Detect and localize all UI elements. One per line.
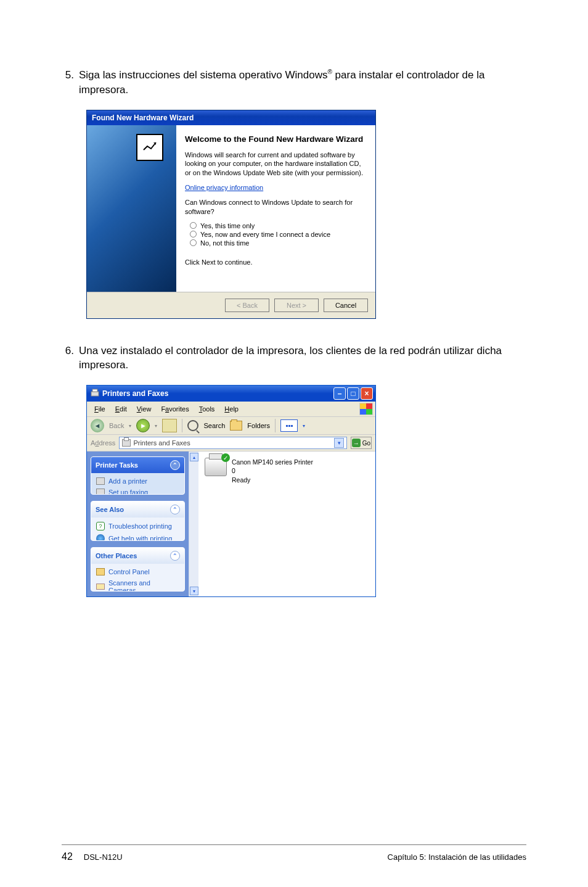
folders-icon[interactable] xyxy=(230,421,242,431)
window-body: Printer Tasks ⌃ Add a printer Set up fax… xyxy=(87,452,375,596)
scanners-label: Scanners and Cameras xyxy=(108,579,179,592)
menu-help[interactable]: Help xyxy=(219,404,243,414)
printer-tasks-panel: Printer Tasks ⌃ Add a printer Set up fax… xyxy=(91,456,185,495)
printer-tasks-title: Printer Tasks xyxy=(96,461,138,469)
chevron-up-icon: ⌃ xyxy=(170,505,180,514)
menu-file-rest: ile xyxy=(99,405,105,413)
search-icon[interactable] xyxy=(187,420,198,431)
address-bar: Address Printers and Faxes ▾ → Go xyxy=(87,435,375,452)
tasks-pane: Printer Tasks ⌃ Add a printer Set up fax… xyxy=(87,452,189,596)
chapter-title: Capítulo 5: Instalación de las utilidade… xyxy=(388,852,526,862)
address-printer-icon xyxy=(122,439,131,447)
wizard-question: Can Windows connect to Windows Update to… xyxy=(185,198,367,216)
add-printer-icon xyxy=(96,477,105,485)
next-button[interactable]: Next > xyxy=(274,299,319,312)
printer-tasks-header[interactable]: Printer Tasks ⌃ xyxy=(91,457,184,473)
windows-logo-icon xyxy=(359,403,373,415)
wizard-description: Windows will search for current and upda… xyxy=(185,151,367,177)
printer-icon xyxy=(91,389,99,399)
search-label[interactable]: Search xyxy=(203,422,225,429)
get-help-label: Get help with printing xyxy=(108,535,172,541)
address-value: Printers and Faxes xyxy=(133,439,190,447)
radio-icon xyxy=(190,231,197,237)
svg-rect-1 xyxy=(91,392,99,396)
step-6-number: 6. xyxy=(62,344,79,373)
printer-item[interactable]: ✓ Canon MP140 series Printer 0 Ready xyxy=(205,458,369,484)
wizard-footer: < Back Next > Cancel xyxy=(87,292,375,318)
printer-name: Canon MP140 series Printer xyxy=(232,458,313,466)
see-also-header[interactable]: See Also ⌃ xyxy=(91,501,184,518)
wizard-titlebar: Found New Hardware Wizard xyxy=(87,110,375,125)
wizard-continue-hint: Click Next to continue. xyxy=(185,258,367,266)
step-5-text-a: Siga las instrucciones del sistema opera… xyxy=(79,69,327,81)
radio-yes-once-label: Yes, this time only xyxy=(200,222,255,229)
back-label: Back xyxy=(109,422,124,429)
radio-yes-always[interactable]: Yes, now and every time I connect a devi… xyxy=(190,231,367,238)
fax-icon xyxy=(96,489,105,495)
address-input[interactable]: Printers and Faxes ▾ xyxy=(119,437,347,449)
cancel-button[interactable]: Cancel xyxy=(324,299,368,312)
scroll-down-icon[interactable]: ▾ xyxy=(190,587,198,595)
maximize-button[interactable]: □ xyxy=(347,387,359,400)
back-button: < Back xyxy=(225,299,269,312)
add-printer-label: Add a printer xyxy=(108,477,147,485)
wizard-body: Welcome to the Found New Hardware Wizard… xyxy=(87,125,375,292)
menu-favorites[interactable]: Favorites xyxy=(156,404,194,414)
separator xyxy=(275,419,276,432)
other-places-header[interactable]: Other Places ⌃ xyxy=(91,548,184,564)
menu-edit[interactable]: Edit xyxy=(110,404,132,414)
control-panel-label: Control Panel xyxy=(108,568,150,576)
radio-yes-once[interactable]: Yes, this time only xyxy=(190,222,367,229)
printer-device-icon: ✓ xyxy=(205,458,227,476)
scanners-link[interactable]: Scanners and Cameras xyxy=(91,577,184,592)
separator xyxy=(182,419,182,432)
menu-tools[interactable]: Tools xyxy=(194,404,220,414)
toolbar: ◄ Back ▾ ► ▾ Search Folders ▾ xyxy=(87,417,375,435)
close-button[interactable]: × xyxy=(361,387,373,400)
views-button[interactable] xyxy=(280,419,298,432)
scroll-up-icon[interactable]: ▴ xyxy=(190,453,198,461)
radio-no[interactable]: No, not this time xyxy=(190,239,367,247)
privacy-link[interactable]: Online privacy information xyxy=(185,184,263,191)
left-scrollbar[interactable]: ▴ ▾ xyxy=(189,452,198,596)
minimize-button[interactable]: – xyxy=(333,387,346,400)
printer-tasks-body: Add a printer Set up faxing xyxy=(91,473,184,495)
set-up-faxing-label: Set up faxing xyxy=(108,489,148,495)
printers-list: ✓ Canon MP140 series Printer 0 Ready xyxy=(198,452,375,596)
found-new-hardware-wizard: Found New Hardware Wizard Welcome to the… xyxy=(86,110,376,319)
add-printer-link[interactable]: Add a printer xyxy=(91,476,184,487)
page-number: 42 xyxy=(62,851,73,862)
other-places-title: Other Places xyxy=(96,552,137,559)
wizard-content: Welcome to the Found New Hardware Wizard… xyxy=(176,125,375,292)
menu-file[interactable]: File xyxy=(89,404,110,414)
check-icon: ✓ xyxy=(221,453,230,462)
up-button-icon[interactable] xyxy=(162,419,177,432)
step-5-text: Siga las instrucciones del sistema opera… xyxy=(79,68,526,97)
get-help-link[interactable]: Get help with printing xyxy=(91,532,184,541)
help-icon: ? xyxy=(96,522,105,530)
folders-label[interactable]: Folders xyxy=(247,422,270,429)
address-dropdown-icon[interactable]: ▾ xyxy=(334,438,344,448)
radio-no-label: No, not this time xyxy=(200,239,249,247)
printer-docs: 0 xyxy=(232,466,313,475)
wizard-sidebar-image xyxy=(87,125,176,292)
model-number: DSL-N12U xyxy=(84,852,123,862)
hardware-icon xyxy=(136,134,163,161)
page-footer: 42 DSL-N12U Capítulo 5: Instalación de l… xyxy=(62,844,526,862)
printer-status: Ready xyxy=(232,476,313,484)
menu-bar: File Edit View Favorites Tools Help xyxy=(87,402,375,417)
forward-button-icon[interactable]: ► xyxy=(136,419,150,432)
window-titlebar[interactable]: Printers and Faxes – □ × xyxy=(87,386,375,402)
go-label: Go xyxy=(362,440,370,447)
troubleshoot-link[interactable]: ?Troubleshoot printing xyxy=(91,520,184,532)
set-up-faxing-link[interactable]: Set up faxing xyxy=(91,487,184,495)
menu-view[interactable]: View xyxy=(132,404,157,414)
scanner-icon xyxy=(96,584,105,590)
back-button-icon[interactable]: ◄ xyxy=(91,419,104,432)
folder-icon xyxy=(96,568,105,576)
go-button[interactable]: → Go xyxy=(351,437,372,449)
control-panel-link[interactable]: Control Panel xyxy=(91,566,184,577)
wizard-heading: Welcome to the Found New Hardware Wizard xyxy=(185,134,367,145)
radio-icon xyxy=(190,239,197,246)
see-also-body: ?Troubleshoot printing Get help with pri… xyxy=(91,518,184,541)
